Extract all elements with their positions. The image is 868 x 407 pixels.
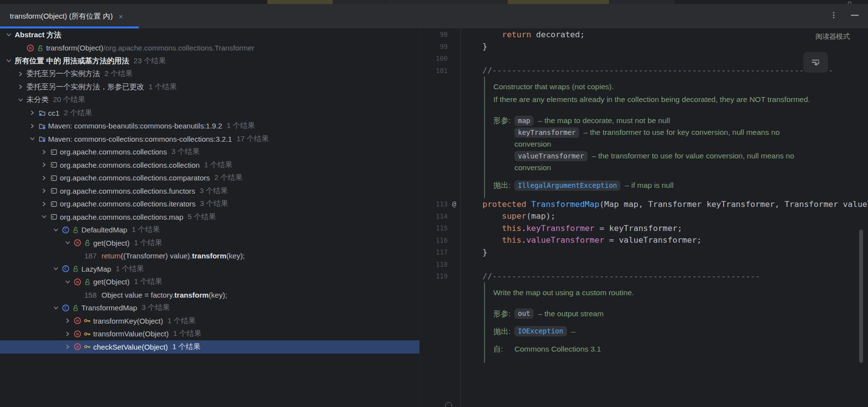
- line-number: 115: [420, 224, 448, 232]
- editor-tab[interactable]: ITransformer.java: [434, 0, 508, 4]
- code-line[interactable]: 99 }: [420, 41, 868, 53]
- reader-mode-button[interactable]: [803, 52, 828, 73]
- svg-text:C: C: [64, 228, 67, 232]
- code-line[interactable]: 117 }: [420, 246, 868, 258]
- tree-item-label: Maven: commons-collections:commons-colle…: [48, 135, 232, 143]
- result-count: 2 个结果: [104, 69, 133, 78]
- tree-row[interactable]: org.apache.commons.collections.collectio…: [0, 158, 419, 172]
- tree-row[interactable]: org.apache.commons.collections.map5 个结果: [0, 210, 419, 224]
- gutter-icon-partial: [445, 402, 452, 407]
- code-line[interactable]: 118: [420, 258, 868, 271]
- result-count: 3 个结果: [200, 186, 228, 196]
- method-icon: m: [74, 239, 81, 247]
- javadoc-text: – the transformer to use for key convers…: [584, 127, 780, 138]
- find-usages-header: transform(Object) (所有位置 内) ×: [0, 4, 868, 28]
- tree-item-label: cc1: [48, 109, 59, 117]
- chevron-down-icon: [17, 96, 25, 104]
- line-number: 98: [420, 30, 448, 38]
- kebab-menu-icon[interactable]: [830, 11, 838, 21]
- editor-tab[interactable]: mpom.xml (CC): [610, 0, 674, 4]
- javadoc-text: Commons Collections 3.1: [514, 343, 601, 355]
- tree-item-label: 所有位置 中的 用法或基方法的用法: [15, 56, 129, 66]
- tree-item-label: 委托至另一个实例方法，形参已更改: [26, 82, 144, 92]
- key-icon: [83, 343, 91, 351]
- code-line[interactable]: 101 //----------------------------------…: [420, 65, 868, 77]
- chevron-right-icon: [17, 70, 25, 78]
- chevron-down-icon: [52, 265, 60, 273]
- tree-row[interactable]: 所有位置 中的 用法或基方法的用法23 个结果: [0, 54, 419, 68]
- javadoc-text: – the map to decorate, must not be null: [538, 115, 670, 127]
- tree-row[interactable]: 委托至另一个实例方法2 个结果: [0, 68, 419, 81]
- chevron-right-icon: [40, 174, 48, 182]
- editor-scrollbar-thumb[interactable]: [859, 229, 863, 363]
- chevron-down-icon: [52, 304, 60, 312]
- result-count: 17 个结果: [236, 134, 269, 144]
- tree-row[interactable]: mcheckSetValue(Object)1 个结果: [0, 340, 419, 354]
- close-icon[interactable]: ×: [119, 12, 123, 21]
- tree-row[interactable]: org.apache.commons.collections.iterators…: [0, 198, 419, 211]
- tree-row[interactable]: 未分类20 个结果: [0, 94, 419, 107]
- code-line[interactable]: 119 //----------------------------------…: [420, 270, 868, 282]
- minimize-icon[interactable]: [850, 11, 859, 21]
- chevron-right-icon: [28, 122, 36, 130]
- svg-text:m: m: [29, 46, 31, 51]
- reader-mode-label: 阅读器模式: [816, 32, 850, 41]
- package-icon: [50, 174, 58, 182]
- tree-row[interactable]: mget(Object)1 个结果: [0, 236, 419, 250]
- code-line[interactable]: 100: [420, 52, 868, 65]
- tree-row[interactable]: CDefaultedMap1 个结果: [0, 224, 419, 237]
- editor-tab[interactable]: Ctest.java: [385, 0, 434, 4]
- svg-text:m: m: [76, 240, 78, 245]
- code-editor[interactable]: 98 return decorated;99 }100101 //-------…: [419, 28, 868, 407]
- tree-row[interactable]: Maven: commons-collections:commons-colle…: [0, 132, 419, 146]
- javadoc-param-chip: IOException: [514, 326, 567, 336]
- javadoc-param-chip: keyTransformer: [514, 127, 579, 138]
- editor-tab[interactable]: CInvokerTransformer.java×: [508, 0, 610, 4]
- result-count: 1 个结果: [168, 316, 196, 326]
- code-line[interactable]: 115 this.keyTransformer = keyTransformer…: [420, 222, 868, 234]
- tree-row[interactable]: org.apache.commons.collections3 个结果: [0, 146, 419, 159]
- line-number: 100: [420, 54, 448, 62]
- tree-item-location: /org.apache.commons.collections.Transfor…: [103, 44, 255, 52]
- editor-tab[interactable]: CCC1.java: [333, 0, 385, 4]
- code-preview-row[interactable]: 158Object value = factory.transform(key)…: [0, 288, 419, 302]
- chevron-right-icon: [64, 317, 72, 325]
- unlock-icon: [72, 265, 79, 273]
- tree-row[interactable]: CLazyMap1 个结果: [0, 262, 419, 276]
- method-icon: m: [74, 278, 81, 286]
- code-line[interactable]: 98 return decorated;: [420, 28, 868, 41]
- tree-row[interactable]: mtransformValue(Object)1 个结果: [0, 328, 419, 341]
- tree-row[interactable]: CTransformedMap3 个结果: [0, 302, 419, 315]
- tree-row[interactable]: Maven: commons-beanutils:commons-beanuti…: [0, 120, 419, 133]
- code-preview-row[interactable]: 187return ((Transformer) value).transfor…: [0, 250, 419, 263]
- tree-row[interactable]: Abstract 方法: [0, 28, 419, 42]
- code-line[interactable]: 114 super(map);: [420, 210, 868, 223]
- tree-item-label: org.apache.commons.collections: [60, 148, 167, 156]
- annotation-gutter-icon[interactable]: @: [448, 200, 460, 208]
- editor-tab[interactable]: CHashMap.java: [267, 0, 333, 4]
- ide-window: CHashMap.javaCCC1.javaCtest.javaITransfo…: [0, 0, 868, 407]
- result-count: 23 个结果: [133, 56, 166, 66]
- tree-row[interactable]: org.apache.commons.collections.comparato…: [0, 172, 419, 185]
- tree-row[interactable]: org.apache.commons.collections.functors3…: [0, 184, 419, 198]
- result-count: 2 个结果: [64, 108, 92, 118]
- package-icon: [50, 187, 58, 195]
- find-usages-tab[interactable]: transform(Object) (所有位置 内) ×: [0, 4, 130, 28]
- tree-row[interactable]: mtransformKey(Object)1 个结果: [0, 314, 419, 328]
- code-line[interactable]: 116 this.valueTransformer = valueTransfo…: [420, 234, 868, 247]
- tree-item-label: LazyMap: [81, 265, 111, 273]
- class-icon: C: [62, 226, 70, 234]
- svg-text:C: C: [64, 266, 67, 271]
- javadoc-section-label: 形参:: [493, 115, 514, 174]
- tree-row[interactable]: cc12 个结果: [0, 106, 419, 120]
- result-count: 1 个结果: [227, 121, 255, 130]
- tree-row[interactable]: mget(Object)1 个结果: [0, 276, 419, 289]
- tree-row[interactable]: 委托至另一个实例方法，形参已更改1 个结果: [0, 80, 419, 94]
- javadoc-text: – the transformer to use for value conve…: [592, 150, 794, 162]
- tree-row[interactable]: mtransform(Object) /org.apache.commons.c…: [0, 42, 419, 55]
- key-icon: [83, 330, 91, 338]
- code-line[interactable]: 113@ protected TransformedMap(Map map, T…: [420, 198, 868, 210]
- javadoc-param-chip: IllegalArgumentException: [514, 180, 620, 191]
- javadoc-section-label: 形参:: [493, 308, 514, 320]
- result-count: 1 个结果: [116, 264, 144, 274]
